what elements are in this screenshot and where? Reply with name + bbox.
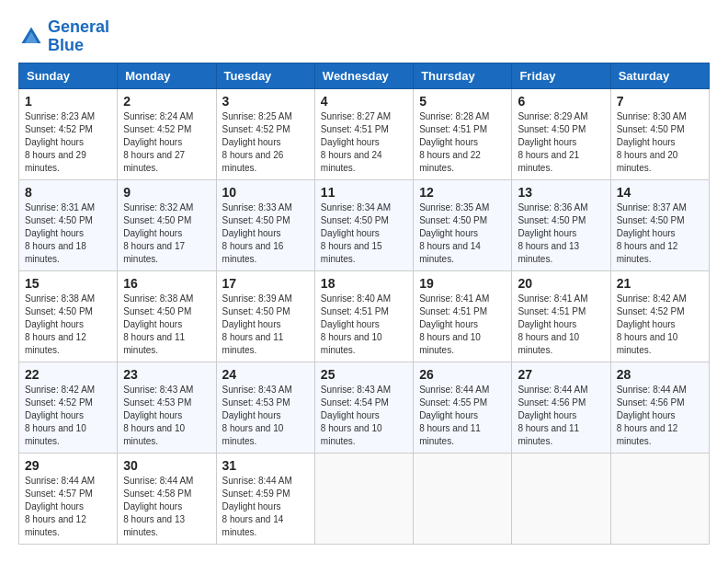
day-number: 21	[617, 276, 703, 291]
day-number: 23	[123, 367, 210, 382]
day-number: 15	[25, 276, 111, 291]
day-number: 10	[222, 185, 309, 200]
day-info: Sunrise: 8:43 AMSunset: 4:54 PMDaylight …	[321, 384, 407, 448]
day-info: Sunrise: 8:25 AMSunset: 4:52 PMDaylight …	[222, 110, 309, 175]
day-info: Sunrise: 8:36 AMSunset: 4:50 PMDaylight …	[518, 201, 604, 266]
day-info: Sunrise: 8:29 AMSunset: 4:50 PMDaylight …	[518, 110, 604, 175]
day-number: 19	[419, 276, 506, 291]
calendar-cell: 15Sunrise: 8:38 AMSunset: 4:50 PMDayligh…	[19, 270, 118, 362]
calendar-cell: 1Sunrise: 8:23 AMSunset: 4:52 PMDaylight…	[19, 88, 118, 179]
calendar-cell: 23Sunrise: 8:43 AMSunset: 4:53 PMDayligh…	[118, 362, 216, 453]
day-number: 9	[123, 185, 210, 200]
weekday-header-sunday: Sunday	[19, 63, 118, 88]
day-info: Sunrise: 8:30 AMSunset: 4:50 PMDaylight …	[617, 110, 703, 175]
calendar-cell: 10Sunrise: 8:33 AMSunset: 4:50 PMDayligh…	[216, 179, 314, 270]
day-info: Sunrise: 8:23 AMSunset: 4:52 PMDaylight …	[25, 110, 111, 175]
day-number: 28	[617, 367, 703, 382]
weekday-header-tuesday: Tuesday	[216, 63, 314, 88]
calendar-cell: 7Sunrise: 8:30 AMSunset: 4:50 PMDaylight…	[610, 88, 709, 179]
day-info: Sunrise: 8:37 AMSunset: 4:50 PMDaylight …	[617, 201, 703, 266]
calendar-cell: 31Sunrise: 8:44 AMSunset: 4:59 PMDayligh…	[216, 453, 314, 544]
calendar-cell	[414, 453, 512, 544]
calendar-cell: 3Sunrise: 8:25 AMSunset: 4:52 PMDaylight…	[216, 88, 314, 179]
calendar-cell: 2Sunrise: 8:24 AMSunset: 4:52 PMDaylight…	[118, 88, 216, 179]
day-number: 4	[321, 94, 407, 109]
calendar-table: SundayMondayTuesdayWednesdayThursdayFrid…	[18, 63, 710, 545]
weekday-header-wednesday: Wednesday	[314, 63, 413, 88]
day-number: 18	[321, 276, 407, 291]
day-info: Sunrise: 8:42 AMSunset: 4:52 PMDaylight …	[617, 293, 703, 357]
calendar-cell: 19Sunrise: 8:41 AMSunset: 4:51 PMDayligh…	[414, 270, 512, 362]
calendar-cell: 28Sunrise: 8:44 AMSunset: 4:56 PMDayligh…	[610, 362, 709, 453]
calendar-cell: 8Sunrise: 8:31 AMSunset: 4:50 PMDaylight…	[19, 179, 118, 270]
day-info: Sunrise: 8:34 AMSunset: 4:50 PMDaylight …	[321, 201, 407, 266]
day-number: 8	[25, 185, 111, 200]
calendar-cell: 11Sunrise: 8:34 AMSunset: 4:50 PMDayligh…	[314, 179, 413, 270]
day-info: Sunrise: 8:44 AMSunset: 4:57 PMDaylight …	[25, 475, 111, 539]
day-number: 27	[518, 367, 604, 382]
day-number: 29	[25, 458, 111, 473]
day-number: 25	[321, 367, 407, 382]
day-info: Sunrise: 8:38 AMSunset: 4:50 PMDaylight …	[25, 293, 111, 357]
calendar-cell: 13Sunrise: 8:36 AMSunset: 4:50 PMDayligh…	[512, 179, 610, 270]
day-info: Sunrise: 8:31 AMSunset: 4:50 PMDaylight …	[25, 201, 111, 266]
day-info: Sunrise: 8:40 AMSunset: 4:51 PMDaylight …	[321, 293, 407, 357]
calendar-cell: 24Sunrise: 8:43 AMSunset: 4:53 PMDayligh…	[216, 362, 314, 453]
calendar-cell: 12Sunrise: 8:35 AMSunset: 4:50 PMDayligh…	[414, 179, 512, 270]
calendar-cell	[610, 453, 709, 544]
day-number: 12	[419, 185, 506, 200]
weekday-header-friday: Friday	[512, 63, 610, 88]
calendar-cell: 27Sunrise: 8:44 AMSunset: 4:56 PMDayligh…	[512, 362, 610, 453]
day-number: 30	[123, 458, 210, 473]
day-number: 20	[518, 276, 604, 291]
day-info: Sunrise: 8:35 AMSunset: 4:50 PMDaylight …	[419, 201, 506, 266]
day-number: 5	[419, 94, 506, 109]
day-info: Sunrise: 8:42 AMSunset: 4:52 PMDaylight …	[25, 384, 111, 448]
day-info: Sunrise: 8:44 AMSunset: 4:55 PMDaylight …	[419, 384, 506, 448]
day-number: 16	[123, 276, 210, 291]
calendar-cell: 26Sunrise: 8:44 AMSunset: 4:55 PMDayligh…	[414, 362, 512, 453]
calendar-cell: 18Sunrise: 8:40 AMSunset: 4:51 PMDayligh…	[314, 270, 413, 362]
page-header: General Blue	[18, 18, 710, 55]
calendar-cell: 22Sunrise: 8:42 AMSunset: 4:52 PMDayligh…	[19, 362, 118, 453]
calendar-cell: 4Sunrise: 8:27 AMSunset: 4:51 PMDaylight…	[314, 88, 413, 179]
day-info: Sunrise: 8:44 AMSunset: 4:56 PMDaylight …	[617, 384, 703, 448]
day-info: Sunrise: 8:44 AMSunset: 4:59 PMDaylight …	[222, 475, 309, 539]
day-info: Sunrise: 8:24 AMSunset: 4:52 PMDaylight …	[123, 110, 210, 175]
day-number: 22	[25, 367, 111, 382]
day-number: 6	[518, 94, 604, 109]
calendar-cell: 14Sunrise: 8:37 AMSunset: 4:50 PMDayligh…	[610, 179, 709, 270]
calendar-cell: 30Sunrise: 8:44 AMSunset: 4:58 PMDayligh…	[118, 453, 216, 544]
day-info: Sunrise: 8:44 AMSunset: 4:58 PMDaylight …	[123, 475, 210, 539]
day-number: 3	[222, 94, 309, 109]
calendar-cell: 5Sunrise: 8:28 AMSunset: 4:51 PMDaylight…	[414, 88, 512, 179]
logo-text: General Blue	[48, 18, 109, 55]
day-number: 24	[222, 367, 309, 382]
calendar-cell: 29Sunrise: 8:44 AMSunset: 4:57 PMDayligh…	[19, 453, 118, 544]
day-number: 1	[25, 94, 111, 109]
weekday-header-thursday: Thursday	[414, 63, 512, 88]
day-info: Sunrise: 8:41 AMSunset: 4:51 PMDaylight …	[518, 293, 604, 357]
calendar-cell	[512, 453, 610, 544]
day-info: Sunrise: 8:38 AMSunset: 4:50 PMDaylight …	[123, 293, 210, 357]
calendar-cell: 17Sunrise: 8:39 AMSunset: 4:50 PMDayligh…	[216, 270, 314, 362]
day-info: Sunrise: 8:41 AMSunset: 4:51 PMDaylight …	[419, 293, 506, 357]
day-info: Sunrise: 8:27 AMSunset: 4:51 PMDaylight …	[321, 110, 407, 175]
day-info: Sunrise: 8:28 AMSunset: 4:51 PMDaylight …	[419, 110, 506, 175]
calendar-cell: 16Sunrise: 8:38 AMSunset: 4:50 PMDayligh…	[118, 270, 216, 362]
day-info: Sunrise: 8:43 AMSunset: 4:53 PMDaylight …	[123, 384, 210, 448]
weekday-header-monday: Monday	[118, 63, 216, 88]
calendar-cell: 21Sunrise: 8:42 AMSunset: 4:52 PMDayligh…	[610, 270, 709, 362]
day-info: Sunrise: 8:32 AMSunset: 4:50 PMDaylight …	[123, 201, 210, 266]
calendar-cell: 6Sunrise: 8:29 AMSunset: 4:50 PMDaylight…	[512, 88, 610, 179]
day-info: Sunrise: 8:39 AMSunset: 4:50 PMDaylight …	[222, 293, 309, 357]
day-number: 26	[419, 367, 506, 382]
logo: General Blue	[18, 18, 109, 55]
logo-icon	[18, 24, 44, 50]
day-number: 2	[123, 94, 210, 109]
calendar-cell: 9Sunrise: 8:32 AMSunset: 4:50 PMDaylight…	[118, 179, 216, 270]
calendar-cell: 20Sunrise: 8:41 AMSunset: 4:51 PMDayligh…	[512, 270, 610, 362]
day-number: 7	[617, 94, 703, 109]
calendar-cell	[314, 453, 413, 544]
day-number: 11	[321, 185, 407, 200]
